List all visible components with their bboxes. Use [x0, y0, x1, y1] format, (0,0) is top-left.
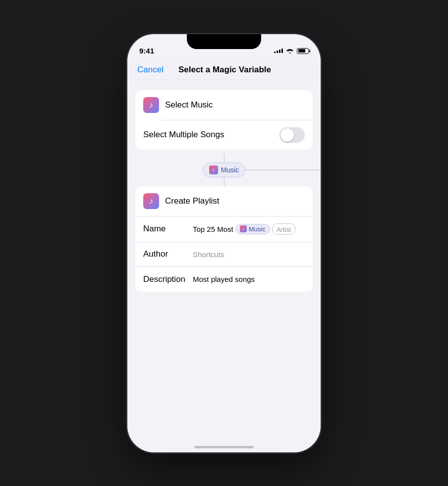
description-param-value: Most played songs: [193, 275, 305, 283]
music-badge-note-icon: ♪: [242, 227, 244, 231]
music-badge[interactable]: ♪ Music: [235, 224, 270, 234]
toggle-knob: [280, 128, 294, 142]
connector-line-right: [245, 169, 321, 170]
artist-badge[interactable]: Artist: [272, 223, 296, 235]
toggle-switch[interactable]: [280, 127, 305, 143]
bubble-music-note-icon: ♪: [212, 167, 215, 172]
magic-bubble-label: Music: [221, 166, 239, 174]
music-badge-icon: ♪: [240, 225, 247, 232]
status-icons: [274, 47, 309, 55]
music-badge-label: Music: [249, 225, 266, 233]
select-multiple-songs-row[interactable]: Select Multiple Songs: [135, 120, 313, 150]
author-row[interactable]: Author Shortcuts: [135, 242, 313, 267]
name-param-value: Top 25 Most ♪ Music Artist: [193, 223, 305, 235]
status-time: 9:41: [139, 47, 154, 55]
select-music-label: Select Music: [165, 100, 305, 110]
nav-bar: Cancel Select a Magic Variable: [127, 59, 321, 80]
magic-variable-container: ♪ Music: [127, 154, 321, 186]
artist-badge-label: Artist: [277, 226, 291, 233]
home-indicator: [194, 446, 254, 448]
author-param-label: Author: [143, 249, 193, 259]
connector-line-bottom: [224, 177, 224, 186]
description-row[interactable]: Description Most played songs: [135, 267, 313, 292]
create-playlist-card: ♪ Create Playlist Name Top 25 Most ♪ Mus…: [135, 186, 313, 292]
create-playlist-header[interactable]: ♪ Create Playlist: [135, 186, 313, 216]
select-music-card: ♪ Select Music Select Multiple Songs: [135, 90, 313, 150]
create-playlist-music-badge: ♪: [143, 193, 159, 209]
select-multiple-songs-label: Select Multiple Songs: [143, 130, 280, 140]
connector-line-top: [224, 154, 224, 162]
description-text: Most played songs: [193, 275, 255, 283]
select-music-row[interactable]: ♪ Select Music: [135, 90, 313, 120]
create-playlist-label: Create Playlist: [165, 196, 305, 206]
name-param-label: Name: [143, 224, 193, 234]
magic-bubble-music-icon: ♪: [209, 165, 218, 174]
wifi-icon: [286, 47, 294, 55]
name-row[interactable]: Name Top 25 Most ♪ Music Artist: [135, 216, 313, 242]
screen: Cancel Select a Magic Variable ♪ Select …: [127, 59, 321, 452]
signal-icon: [274, 49, 283, 53]
notch: [187, 34, 261, 49]
battery-icon: [297, 48, 309, 54]
name-text-part: Top 25 Most: [193, 225, 233, 233]
content-area: ♪ Select Music Select Multiple Songs: [127, 80, 321, 302]
nav-title: Select a Magic Variable: [164, 65, 286, 75]
phone-frame: 9:41 Cancel Select a: [127, 34, 321, 452]
author-param-value: Shortcuts: [193, 250, 305, 259]
cancel-button[interactable]: Cancel: [137, 65, 164, 75]
description-param-label: Description: [143, 274, 193, 284]
music-icon-badge: ♪: [143, 97, 159, 113]
create-playlist-music-note-icon: ♪: [149, 197, 153, 206]
music-note-icon: ♪: [149, 101, 153, 109]
magic-bubble[interactable]: ♪ Music: [203, 162, 246, 177]
author-placeholder: Shortcuts: [193, 250, 224, 259]
